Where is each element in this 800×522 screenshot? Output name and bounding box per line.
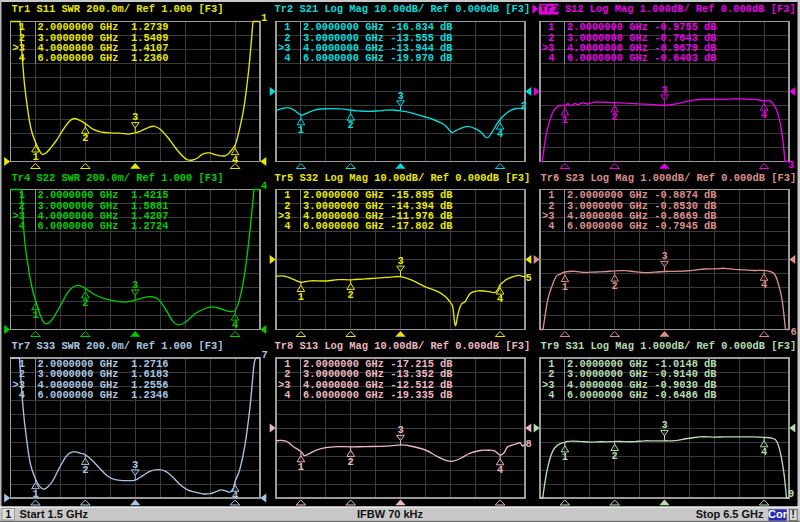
svg-text:4: 4 [261, 180, 267, 192]
svg-text:3: 3 [132, 459, 138, 471]
svg-text:4 6.0000000 GHz 1.2346: 4 6.0000000 GHz 1.2346 [13, 389, 169, 401]
svg-text:2: 2 [612, 280, 618, 292]
svg-text:1: 1 [562, 451, 568, 463]
svg-text:4 6.0000000 GHz -19.335 dB: 4 6.0000000 GHz -19.335 dB [278, 389, 453, 401]
svg-text:4 6.0000000 GHz -0.6486 dB: 4 6.0000000 GHz -0.6486 dB [542, 389, 717, 401]
svg-text:2: 2 [82, 132, 88, 144]
svg-text:3: 3 [661, 250, 667, 262]
svg-text:2: 2 [521, 100, 527, 112]
svg-text:1: 1 [32, 488, 38, 500]
svg-text:Tr1 S11 SWR 200.0m/ Ref 1.000: Tr1 S11 SWR 200.0m/ Ref 1.000 [F3] [12, 3, 224, 15]
svg-text:1: 1 [562, 281, 568, 293]
svg-text:1: 1 [298, 291, 304, 303]
svg-text:3: 3 [132, 111, 138, 123]
svg-text:4 6.0000000 GHz -0.6403 dB: 4 6.0000000 GHz -0.6403 dB [542, 52, 717, 64]
svg-text:2: 2 [612, 450, 618, 462]
svg-text:1: 1 [562, 114, 568, 126]
svg-text:4: 4 [497, 293, 503, 305]
svg-text:Tr5 S32 Log Mag 10.00dB/ Ref 0: Tr5 S32 Log Mag 10.00dB/ Ref 0.000dB [F3… [275, 172, 531, 184]
svg-text:1: 1 [298, 124, 304, 136]
svg-text:2: 2 [348, 119, 354, 131]
svg-text:4: 4 [497, 128, 503, 140]
svg-text:8: 8 [526, 438, 532, 450]
svg-text:5: 5 [525, 272, 531, 284]
svg-text:2: 2 [82, 297, 88, 309]
svg-text:4: 4 [497, 464, 503, 476]
svg-text:3: 3 [661, 419, 667, 431]
svg-text:1: 1 [32, 309, 38, 321]
svg-text:3: 3 [397, 90, 403, 102]
svg-text:2: 2 [348, 456, 354, 468]
svg-text:Tr6 S23 Log Mag 1.000dB/ Ref 0: Tr6 S23 Log Mag 1.000dB/ Ref 0.000dB [F3… [541, 172, 797, 184]
svg-text:4: 4 [232, 319, 238, 331]
svg-text:1: 1 [261, 12, 267, 24]
svg-text:4: 4 [761, 279, 767, 291]
svg-text:Tr3: Tr3 [540, 3, 559, 15]
svg-text:2: 2 [82, 464, 88, 476]
svg-text:Tr9 S31 Log Mag 1.000dB/ Ref 0: Tr9 S31 Log Mag 1.000dB/ Ref 0.000dB [F3… [541, 340, 797, 352]
svg-text:4 6.0000000 GHz 1.2724: 4 6.0000000 GHz 1.2724 [13, 220, 169, 232]
svg-text:9: 9 [788, 488, 794, 500]
svg-text:3: 3 [132, 279, 138, 291]
svg-text:3: 3 [397, 255, 403, 267]
svg-text:6: 6 [791, 326, 797, 338]
svg-text:Tr7 S33 SWR 200.0m/ Ref 1.000: Tr7 S33 SWR 200.0m/ Ref 1.000 [F3] [12, 340, 224, 352]
svg-text:4: 4 [761, 446, 767, 458]
svg-text:Start 1.5 GHz: Start 1.5 GHz [20, 508, 89, 520]
svg-text:Tr2 S21 Log Mag 10.00dB/ Ref 0: Tr2 S21 Log Mag 10.00dB/ Ref 0.000dB [F3… [275, 3, 531, 15]
svg-text:1: 1 [32, 151, 38, 163]
svg-text:7: 7 [262, 349, 268, 361]
svg-text:S12 Log Mag 1.000dB/ Ref 0.000: S12 Log Mag 1.000dB/ Ref 0.000dB [F3] [559, 3, 796, 15]
svg-text:4 6.0000000 GHz -19.970 dB: 4 6.0000000 GHz -19.970 dB [278, 52, 453, 64]
svg-text:1: 1 [298, 461, 304, 473]
svg-text:3: 3 [661, 84, 667, 96]
svg-text:IFBW 70 kHz: IFBW 70 kHz [357, 508, 424, 520]
svg-text:3: 3 [788, 159, 794, 171]
svg-text:1: 1 [5, 508, 11, 520]
svg-text:4: 4 [761, 109, 767, 121]
svg-text:Cor: Cor [768, 508, 788, 520]
svg-text:4 6.0000000 GHz -17.802 dB: 4 6.0000000 GHz -17.802 dB [278, 220, 453, 232]
svg-text:2: 2 [612, 111, 618, 123]
svg-text:2: 2 [348, 289, 354, 301]
svg-text:4 6.0000000 GHz -0.7945 dB: 4 6.0000000 GHz -0.7945 dB [542, 220, 717, 232]
svg-text:4 6.0000000 GHz 1.2360: 4 6.0000000 GHz 1.2360 [13, 52, 169, 64]
svg-text:3: 3 [397, 424, 403, 436]
svg-text:Tr8 S13 Log Mag 10.00dB/ Ref 0: Tr8 S13 Log Mag 10.00dB/ Ref 0.000dB [F3… [275, 340, 531, 352]
svg-text:Tr4 S22 SWR 200.0m/ Ref 1.000: Tr4 S22 SWR 200.0m/ Ref 1.000 [F3] [12, 172, 224, 184]
svg-text:!: ! [791, 508, 795, 520]
svg-text:Stop 6.5 GHz: Stop 6.5 GHz [696, 508, 764, 520]
